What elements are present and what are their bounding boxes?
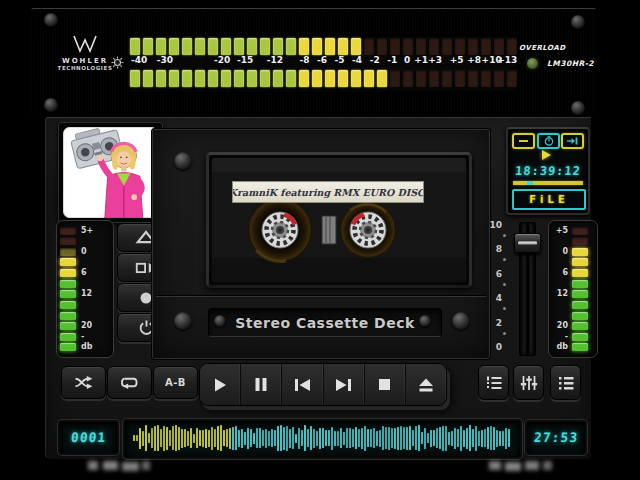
playlist-numbered-button[interactable] <box>478 365 509 400</box>
vu-segment <box>351 38 361 55</box>
next-button[interactable] <box>324 364 365 405</box>
waveform-bar <box>238 430 240 447</box>
transport-bar <box>199 363 447 406</box>
pause-icon <box>254 377 268 392</box>
clock-progress-bar[interactable] <box>513 181 583 185</box>
waveform-bar <box>298 428 300 449</box>
skip-back-icon <box>294 378 311 392</box>
waveform-bar <box>166 427 168 450</box>
waveform-bar <box>190 428 192 448</box>
waveform-bar <box>406 427 408 450</box>
waveform-bar <box>457 429 459 447</box>
rack-screw <box>44 13 58 27</box>
waveform-bar <box>349 428 351 448</box>
waveform-bar <box>352 429 354 447</box>
repeat-button[interactable] <box>107 366 152 399</box>
waveform-bar <box>427 433 429 443</box>
equalizer-button[interactable] <box>513 365 544 400</box>
meter-row <box>552 258 594 267</box>
waveform-bar <box>205 429 207 448</box>
previous-button[interactable] <box>282 364 323 405</box>
waveform-bar <box>337 431 339 446</box>
waveform-bar <box>142 431 144 446</box>
waveform-bar <box>496 430 498 447</box>
meter-led <box>572 248 588 256</box>
file-button[interactable]: FiLE <box>512 189 586 210</box>
waveform-bar <box>148 433 150 443</box>
vu-scale-label: -12 <box>267 55 283 65</box>
vu-segment <box>403 70 413 87</box>
waveform-bars <box>133 424 515 452</box>
waveform-bar <box>181 429 183 448</box>
shuffle-icon <box>73 375 95 390</box>
waveform-bar <box>493 427 495 450</box>
vu-segment <box>377 38 387 55</box>
meter-label: 0 <box>81 248 87 256</box>
ab-repeat-button[interactable]: A-B <box>153 366 198 399</box>
play-button[interactable] <box>200 364 241 405</box>
waveform-bar <box>388 427 390 450</box>
vu-segment <box>338 70 348 87</box>
rack-screw <box>571 101 585 115</box>
model-label: LM30HR-2 <box>547 59 594 68</box>
pitch-scale: 1086420 <box>488 220 506 354</box>
vu-segment <box>338 38 348 55</box>
stop-button[interactable] <box>365 364 406 405</box>
dimmer-sun-icon[interactable] <box>111 56 124 69</box>
eject-button[interactable] <box>406 364 446 405</box>
waveform-bar <box>145 425 147 451</box>
meter-row: 12 <box>60 290 110 299</box>
shuffle-button[interactable] <box>61 366 106 399</box>
skip-to-end-button[interactable] <box>561 133 584 149</box>
waveform-bar <box>196 428 198 448</box>
album-art-frame <box>58 122 163 223</box>
vu-segment <box>234 38 244 55</box>
waveform-bar <box>136 435 138 441</box>
waveform-display[interactable] <box>123 419 522 459</box>
waveform-bar <box>214 429 216 447</box>
waveform-bar <box>244 432 246 445</box>
minimize-button[interactable] <box>512 133 535 149</box>
reflection <box>525 461 539 470</box>
vu-segment <box>195 38 205 55</box>
waveform-bar <box>235 426 237 450</box>
cassette-viewport: Dj KramniK featuring RMX EURO DISCO... <box>206 152 472 288</box>
vu-segment <box>325 38 335 55</box>
waveform-bar <box>484 429 486 447</box>
waveform-bar <box>310 426 312 450</box>
waveform-bar <box>295 434 297 443</box>
vu-segment <box>273 38 283 55</box>
waveform-bar <box>151 428 153 448</box>
waveform-bar <box>256 428 258 448</box>
meter-label: - <box>81 333 84 341</box>
waveform-bar <box>448 432 450 445</box>
counter-value: 0001 <box>70 430 107 445</box>
vu-segment <box>377 70 387 87</box>
vu-scale-label: +5 <box>450 55 464 65</box>
meter-led <box>572 290 588 298</box>
meter-row: 0 <box>60 247 110 256</box>
pitch-slider-handle[interactable] <box>514 233 541 253</box>
pitch-scale-label: 2 <box>496 318 502 328</box>
time-value: 27:53 <box>533 430 578 445</box>
timer-button[interactable] <box>537 133 560 149</box>
play-icon <box>212 377 228 393</box>
meter-led <box>60 269 76 277</box>
vu-scale-label: -5 <box>335 55 345 65</box>
pitch-scale-dot <box>503 258 506 261</box>
cassette-deck: Dj KramniK featuring RMX EURO DISCO... S… <box>151 128 491 360</box>
waveform-bar <box>364 426 366 451</box>
waveform-bar <box>157 425 159 451</box>
clock-panel: 18:39:12 FiLE <box>506 127 590 215</box>
meter-led <box>572 227 588 235</box>
vu-segment <box>468 38 478 55</box>
vu-segment <box>507 38 517 55</box>
waveform-bar <box>175 425 177 451</box>
waveform-bar <box>184 429 186 447</box>
waveform-bar <box>466 428 468 449</box>
pause-button[interactable] <box>241 364 282 405</box>
waveform-bar <box>217 426 219 450</box>
vu-segment <box>507 70 517 87</box>
playlist-button[interactable] <box>550 365 581 400</box>
waveform-bar <box>472 429 474 447</box>
